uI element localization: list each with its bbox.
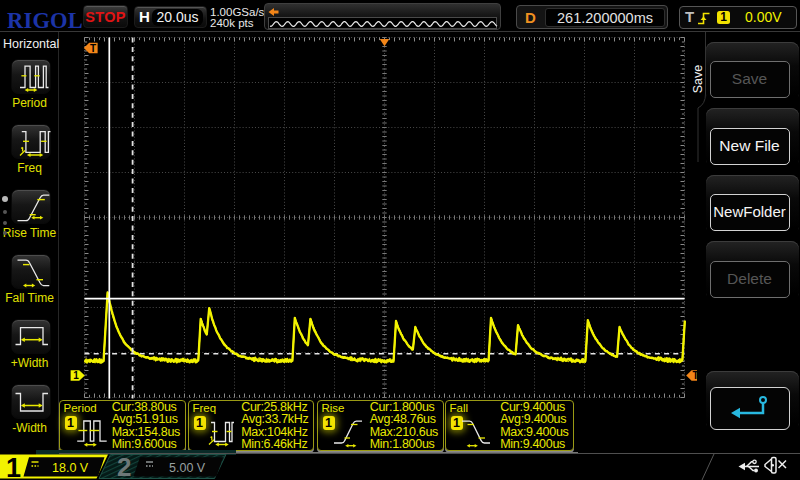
svg-text:1: 1 bbox=[6, 453, 21, 480]
svg-text:T: T bbox=[90, 43, 96, 54]
svg-text:5.00 V: 5.00 V bbox=[169, 461, 206, 475]
svg-text:2: 2 bbox=[117, 452, 131, 480]
svg-text:1: 1 bbox=[73, 370, 79, 381]
svg-text:18.0 V: 18.0 V bbox=[52, 461, 89, 475]
